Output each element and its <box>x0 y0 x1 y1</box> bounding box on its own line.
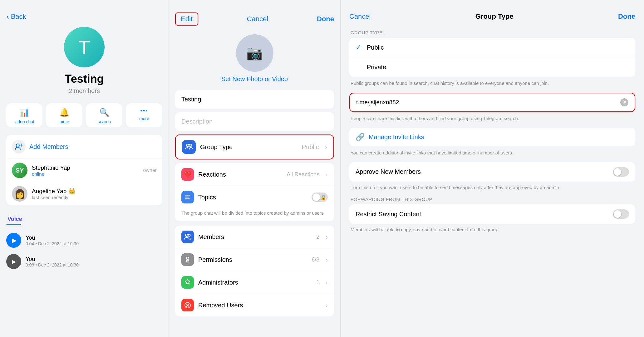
right-done-button[interactable]: Done <box>618 12 635 21</box>
restrict-label: Restrict Saving Content <box>356 211 613 218</box>
restrict-saving-row: Restrict Saving Content <box>349 204 635 224</box>
reactions-chevron-icon: › <box>326 171 328 178</box>
voice-time-1: 0:04 • Dec 2, 2022 at 10:30 <box>26 241 162 246</box>
link-description: People can share this link with others a… <box>349 115 635 128</box>
topics-description: The group chat will be divided into topi… <box>175 208 334 221</box>
edit-button[interactable]: Edit <box>175 12 198 26</box>
administrators-icon <box>181 276 194 289</box>
group-type-icon <box>182 140 196 154</box>
voice-section-title: Voice <box>6 216 162 222</box>
public-option[interactable]: ✓ Public <box>349 38 635 57</box>
play-button-1[interactable]: ▶ <box>6 233 21 248</box>
restrict-description: Members will be able to copy, save and f… <box>349 226 635 237</box>
svg-point-9 <box>188 234 190 237</box>
done-button[interactable]: Done <box>317 15 334 23</box>
play-icon-1: ▶ <box>12 237 17 244</box>
lock-icon: 🔒 <box>320 194 327 200</box>
back-chevron-icon: ‹ <box>6 12 9 21</box>
removed-users-icon <box>181 299 194 311</box>
administrators-row[interactable]: Administrators 1 › <box>175 271 334 294</box>
members-section: Add Members SY Stephanie Yap online owne… <box>6 135 162 205</box>
mute-icon: 🔔 <box>59 108 69 117</box>
approve-toggle-knob <box>614 168 621 176</box>
member-name: Stephanie Yap <box>32 164 139 171</box>
group-type-value: Public <box>302 144 319 151</box>
group-name-input[interactable] <box>181 96 328 103</box>
reactions-topics-list: ❤️ Reactions All Reactions › Topics 🔒 Th… <box>175 163 334 221</box>
voice-section: Voice ▶ You 0:04 • Dec 2, 2022 at 10:30 … <box>6 213 162 272</box>
group-type-section-label: GROUP TYPE <box>349 30 635 35</box>
administrators-value: 1 <box>316 279 319 286</box>
search-icon: 🔍 <box>99 108 109 117</box>
add-members-row[interactable]: Add Members <box>6 135 162 159</box>
admin-settings-list: Members 2 › Permissions 6/8 › Administra… <box>175 226 334 316</box>
restrict-toggle[interactable] <box>613 209 629 219</box>
permissions-row[interactable]: Permissions 6/8 › <box>175 248 334 271</box>
member-info-angeline: Angeline Yap 👑 last seen recently <box>32 188 157 200</box>
reactions-icon: ❤️ <box>181 168 194 181</box>
members-chevron-icon: › <box>326 233 328 241</box>
clear-link-button[interactable]: ✕ <box>620 98 628 106</box>
description-field[interactable] <box>175 112 334 131</box>
play-icon-2: ▶ <box>12 259 16 265</box>
camera-circle[interactable]: 📷 <box>236 34 273 72</box>
removed-users-label: Removed Users <box>198 302 321 309</box>
manage-links-label: Manage Invite Links <box>369 134 424 141</box>
invite-link-field[interactable]: ✕ <box>349 93 635 112</box>
member-avatar-angeline: 👩 <box>12 186 27 202</box>
member-role: owner <box>143 168 157 173</box>
type-description: Public groups can be found in search, ch… <box>349 80 635 93</box>
group-name-field[interactable] <box>175 90 334 109</box>
video-chat-icon: 📊 <box>19 108 29 117</box>
member-info-stephanie: Stephanie Yap online <box>32 164 139 177</box>
play-button-2[interactable]: ▶ <box>6 254 21 269</box>
approve-toggle[interactable] <box>613 167 629 177</box>
group-type-label: Group Type <box>200 144 297 151</box>
member-avatar-sy: SY <box>12 163 27 178</box>
members-row[interactable]: Members 2 › <box>175 226 334 248</box>
edit-header: Edit Cancel Done <box>175 12 334 26</box>
voice-name-1: You <box>26 235 162 241</box>
topics-row[interactable]: Topics 🔒 <box>175 186 334 208</box>
forwarding-section-label: FORWARDING FROM THIS GROUP <box>349 197 635 202</box>
search-button[interactable]: 🔍 search <box>86 103 122 127</box>
group-type-row[interactable]: Group Type Public › <box>175 134 334 159</box>
mute-button[interactable]: 🔔 mute <box>46 103 82 127</box>
topics-icon <box>181 191 194 203</box>
topics-toggle[interactable]: 🔒 <box>312 193 328 202</box>
video-chat-button[interactable]: 📊 video chat <box>6 103 42 127</box>
chevron-right-icon: › <box>325 144 327 151</box>
action-buttons-row: 📊 video chat 🔔 mute 🔍 search ••• more <box>6 103 162 127</box>
reactions-row[interactable]: ❤️ Reactions All Reactions › <box>175 163 334 186</box>
set-photo-label[interactable]: Set New Photo or Video <box>221 76 288 83</box>
member-row: SY Stephanie Yap online owner <box>6 159 162 182</box>
permissions-label: Permissions <box>198 256 307 263</box>
private-label: Private <box>367 64 386 71</box>
camera-area: 📷 Set New Photo or Video <box>175 34 334 83</box>
voice-info-1: You 0:04 • Dec 2, 2022 at 10:30 <box>26 235 162 246</box>
description-input[interactable] <box>181 118 328 125</box>
svg-rect-6 <box>185 197 189 198</box>
manage-invite-links-row[interactable]: 🔗 Manage Invite Links <box>349 128 635 146</box>
voice-underline <box>6 224 21 225</box>
right-cancel-button[interactable]: Cancel <box>349 12 371 21</box>
removed-users-row[interactable]: Removed Users › <box>175 294 334 316</box>
cancel-button[interactable]: Cancel <box>247 15 268 23</box>
camera-icon: 📷 <box>246 45 263 61</box>
permissions-value: 6/8 <box>312 256 319 263</box>
right-panel: Cancel Group Type Done GROUP TYPE ✓ Publ… <box>340 0 644 337</box>
approve-label: Approve New Members <box>356 168 613 175</box>
more-button[interactable]: ••• more <box>126 103 162 127</box>
restrict-toggle-knob <box>614 210 621 218</box>
permissions-chevron-icon: › <box>326 256 328 263</box>
private-option[interactable]: ✓ Private <box>349 57 635 77</box>
svg-point-0 <box>16 144 19 147</box>
right-panel-title: Group Type <box>475 12 514 21</box>
add-member-icon <box>12 140 26 154</box>
chain-link-icon: 🔗 <box>356 133 365 141</box>
search-label: search <box>98 119 111 124</box>
back-button[interactable]: ‹ Back <box>6 12 162 21</box>
invite-link-input[interactable] <box>356 99 617 106</box>
member-name-angeline: Angeline Yap 👑 <box>32 188 157 195</box>
voice-info-2: You 0:08 • Dec 2, 2022 at 10:30 <box>26 256 162 267</box>
